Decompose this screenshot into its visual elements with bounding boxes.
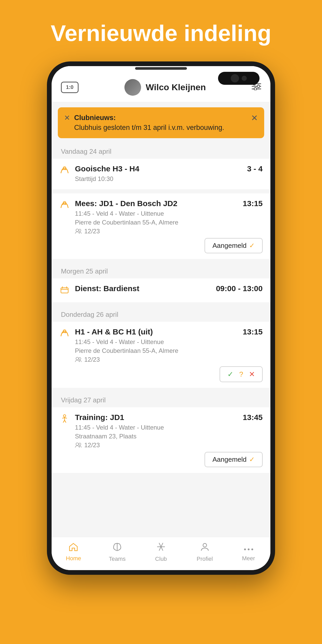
score-icon[interactable]: 1:0: [61, 82, 79, 93]
user-info: Wilco Kleijnen: [124, 79, 206, 96]
event-location: Pierre de Coubertinlaan 55-A, Almere: [75, 219, 263, 226]
training-icon: [59, 414, 70, 425]
event-time: 13:15: [243, 327, 263, 336]
match-icon: [59, 328, 70, 340]
svg-point-13: [79, 358, 81, 360]
nav-label-profiel: Profiel: [197, 556, 213, 562]
nav-label-meer: Meer: [242, 555, 255, 562]
service-icon: [59, 285, 70, 297]
svg-point-20: [203, 543, 207, 547]
svg-point-9: [79, 229, 81, 231]
event-item: Gooische H3 - H4 3 - 4 Starttijd 10:30: [52, 159, 270, 189]
page-title: Vernieuwde indeling: [51, 21, 271, 46]
svg-point-22: [248, 548, 249, 550]
svg-point-8: [76, 229, 79, 232]
event-subtitle: 11:45 - Veld 4 - Water - Uittenue: [75, 423, 263, 432]
camera-area: [218, 72, 260, 85]
news-banner: ✕ Clubnieuws: Clubhuis gesloten t/m 31 a…: [58, 107, 264, 138]
event-item: Dienst: Bardienst 09:00 - 13:00: [52, 278, 270, 302]
event-time: 09:00 - 13:00: [216, 284, 263, 293]
teams-icon: [112, 542, 122, 554]
event-title: Mees: JD1 - Den Bosch JD2: [75, 199, 240, 208]
content-area: ✕ Clubnieuws: Clubhuis gesloten t/m 31 a…: [52, 102, 270, 537]
user-name: Wilco Kleijnen: [146, 82, 206, 92]
bottom-nav: Home Teams Club: [52, 537, 270, 570]
nav-item-teams[interactable]: Teams: [104, 542, 130, 562]
event-players: 12/23: [75, 356, 263, 363]
event-time: 13:45: [243, 413, 263, 422]
profile-icon: [200, 542, 210, 554]
date-header-tomorrow: Morgen 25 april: [52, 263, 270, 278]
home-icon: [68, 542, 78, 554]
nav-item-profiel[interactable]: Profiel: [192, 542, 218, 562]
event-item: Training: JD1 13:45 11:45 - Veld 4 - Wat…: [52, 407, 270, 473]
event-item: Mees: JD1 - Den Bosch JD2 13:15 11:45 - …: [52, 193, 270, 259]
event-players: 12/23: [75, 442, 263, 449]
svg-point-15: [76, 443, 79, 445]
date-header-today: Vandaag 24 april: [52, 143, 270, 159]
event-players: 12/23: [75, 228, 263, 235]
phone-screen: 1:0 Wilco Kleijnen: [52, 66, 270, 570]
svg-point-5: [254, 88, 257, 90]
meer-icon: [244, 542, 254, 554]
event-time: 13:15: [243, 199, 263, 208]
svg-point-12: [76, 357, 79, 360]
banner-title: Clubnieuws:: [74, 114, 116, 122]
nav-item-home[interactable]: Home: [60, 542, 86, 562]
yes-button[interactable]: ✓: [227, 370, 233, 379]
event-time: 3 - 4: [247, 164, 263, 173]
nav-item-club[interactable]: Club: [148, 542, 174, 562]
svg-point-21: [244, 548, 246, 550]
svg-point-14: [64, 415, 66, 417]
banner-message: Clubhuis gesloten t/m 31 april i.v.m. ve…: [74, 124, 224, 131]
event-subtitle: Starttijd 10:30: [75, 174, 263, 184]
svg-point-23: [251, 548, 253, 550]
svg-rect-10: [61, 288, 68, 293]
svg-point-3: [257, 85, 260, 88]
nav-label-teams: Teams: [109, 556, 126, 562]
nav-label-home: Home: [66, 555, 81, 562]
phone-shell: 1:0 Wilco Kleijnen: [47, 61, 275, 575]
event-title: H1 - AH & BC H1 (uit): [75, 327, 240, 336]
no-button[interactable]: ✕: [249, 370, 255, 379]
nav-label-club: Club: [155, 556, 167, 562]
event-title: Gooische H3 - H4: [75, 164, 244, 173]
banner-x-icon: ✕: [64, 114, 70, 122]
event-title: Dienst: Bardienst: [75, 284, 213, 293]
event-subtitle: 11:45 - Veld 4 - Water - Uittenue: [75, 209, 263, 218]
event-title: Training: JD1: [75, 413, 240, 422]
match-icon: [59, 165, 70, 177]
match-icon: [59, 200, 70, 212]
event-location: Straatnaam 23, Plaats: [75, 433, 263, 440]
event-subtitle: 11:45 - Veld 4 - Water - Uittenue: [75, 337, 263, 347]
club-icon: [156, 542, 166, 554]
banner-close-button[interactable]: ✕: [251, 113, 258, 123]
nav-item-meer[interactable]: Meer: [236, 542, 262, 562]
avatar: [124, 79, 141, 96]
aangemeld-button[interactable]: Aangemeld ✓: [205, 238, 263, 253]
event-item: H1 - AH & BC H1 (uit) 13:15 11:45 - Veld…: [52, 322, 270, 388]
response-buttons: ✓ ? ✕: [220, 366, 263, 382]
event-location: Pierre de Coubertinlaan 55-A, Almere: [75, 347, 263, 354]
maybe-button[interactable]: ?: [239, 370, 243, 379]
aangemeld-button-2[interactable]: Aangemeld ✓: [205, 452, 263, 467]
date-header-thursday: Donderdag 26 april: [52, 306, 270, 322]
date-header-friday: Vrijdag 27 april: [52, 392, 270, 407]
svg-point-16: [79, 443, 81, 445]
